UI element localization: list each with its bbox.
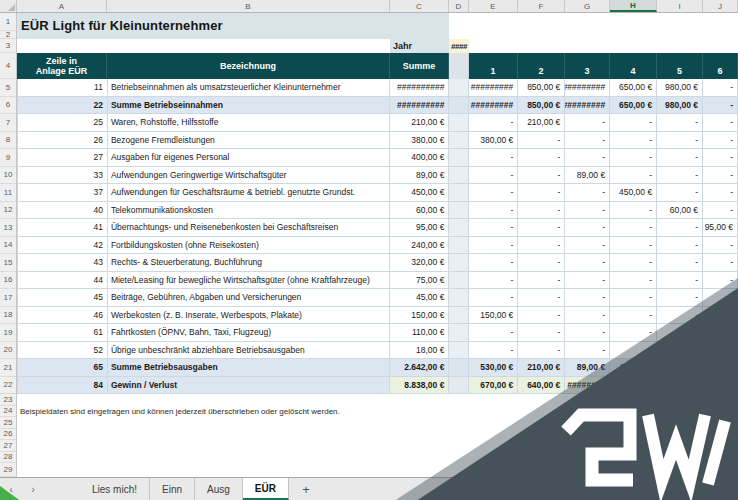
cell-name[interactable]: Fortbildungskosten (ohne Reisekosten): [108, 237, 391, 255]
cell-month-1[interactable]: -: [469, 219, 518, 237]
cell-month-2[interactable]: 850,00 €: [518, 97, 565, 115]
cell-month-5[interactable]: -: [657, 254, 703, 272]
cell-sum[interactable]: 450,00 €: [390, 184, 449, 202]
cell-sum[interactable]: 210,00 €: [390, 114, 449, 132]
cell-month-6[interactable]: -: [703, 79, 738, 97]
cell-line[interactable]: 44: [18, 272, 108, 290]
cell-month-5[interactable]: [657, 359, 703, 377]
cell-gap[interactable]: [449, 237, 469, 255]
cell-month-4[interactable]: -: [610, 149, 657, 167]
cell-month-4[interactable]: -: [610, 132, 657, 150]
cell-month-6[interactable]: [703, 342, 738, 360]
cell-name[interactable]: Ausgaben für eigenes Personal: [108, 149, 391, 167]
row-header-14[interactable]: 14: [0, 237, 16, 255]
cell-gap[interactable]: [449, 377, 469, 395]
cell-month-5[interactable]: 980,00 €: [657, 97, 703, 115]
cell-month-1[interactable]: 670,00 €: [469, 377, 518, 395]
cell-month-1[interactable]: -: [469, 342, 518, 360]
cell-gap[interactable]: [449, 184, 469, 202]
row-header-29[interactable]: 29: [0, 463, 16, 477]
header-month-1[interactable]: 1: [469, 53, 518, 79]
cell-month-4[interactable]: 650,00 €: [610, 79, 657, 97]
cell-month-4[interactable]: 650,00 €: [610, 97, 657, 115]
cell-month-5[interactable]: -: [657, 307, 703, 325]
cell-month-6[interactable]: -: [703, 272, 738, 290]
cell-month-4[interactable]: -: [610, 237, 657, 255]
row-header-19[interactable]: 19: [0, 324, 16, 342]
cell-line[interactable]: 41: [18, 219, 108, 237]
cell-gap[interactable]: [449, 272, 469, 290]
cell-month-2[interactable]: 850,00 €: [518, 79, 565, 97]
cell-name[interactable]: Betriebseinnahmen als umsatzsteuerlicher…: [108, 79, 391, 97]
cell-name[interactable]: Übernachtungs- und Reisenebenkosten bei …: [108, 219, 391, 237]
cell-month-5[interactable]: -: [657, 272, 703, 290]
cell-name[interactable]: Übrige unbeschränkt abziehbare Betriebsa…: [108, 342, 391, 360]
cell-month-5[interactable]: -: [657, 184, 703, 202]
header-name-col[interactable]: Bezeichnung: [107, 53, 390, 79]
cell-name[interactable]: Bezogene Fremdleistungen: [108, 132, 391, 150]
cell-name[interactable]: Beiträge, Gebühren, Abgaben und Versiche…: [108, 289, 391, 307]
cell-line[interactable]: 25: [18, 114, 108, 132]
cell-month-6[interactable]: -: [703, 132, 738, 150]
cell-sum[interactable]: 60,00 €: [390, 202, 449, 220]
cell-month-1[interactable]: -: [469, 272, 518, 290]
cell-month-4[interactable]: 450,00 €: [610, 184, 657, 202]
cell-name[interactable]: Aufwendungen Geringwertige Wirtschaftsgü…: [108, 167, 391, 185]
cell-month-5[interactable]: -: [657, 167, 703, 185]
cell-month-1[interactable]: -: [469, 237, 518, 255]
cell-month-6[interactable]: -: [703, 167, 738, 185]
cell-month-2[interactable]: -: [518, 184, 565, 202]
cell-sum[interactable]: 320,00 €: [390, 254, 449, 272]
cell-month-1[interactable]: -: [469, 167, 518, 185]
cell-month-5[interactable]: -: [657, 132, 703, 150]
year-value-cell[interactable]: ####: [449, 39, 469, 53]
cell-gap[interactable]: [449, 114, 469, 132]
cell-month-1[interactable]: -: [469, 324, 518, 342]
cell-sum[interactable]: 95,00 €: [390, 219, 449, 237]
cell-month-3[interactable]: -: [565, 342, 610, 360]
tabs-next-arrow[interactable]: ›: [22, 478, 44, 500]
cell-sum[interactable]: 240,00 €: [390, 237, 449, 255]
cell-month-2[interactable]: -: [518, 272, 565, 290]
cell-month-6[interactable]: [703, 359, 738, 377]
cell-month-3[interactable]: ########: [565, 377, 610, 395]
column-header-D[interactable]: D: [449, 0, 469, 12]
cell-sum[interactable]: ##########: [390, 97, 449, 115]
cell-month-6[interactable]: [703, 324, 738, 342]
cell-month-1[interactable]: 530,00 €: [469, 359, 518, 377]
row-header-11[interactable]: 11: [0, 184, 16, 202]
column-header-E[interactable]: E: [469, 0, 518, 12]
cell-month-2[interactable]: -: [518, 219, 565, 237]
cell-name[interactable]: Aufwendungen für Geschäftsräume & betrie…: [108, 184, 391, 202]
cell-month-4[interactable]: 450,00 €: [610, 359, 657, 377]
header-month-3[interactable]: 3: [565, 53, 610, 79]
cell-gap[interactable]: [449, 324, 469, 342]
cell-month-1[interactable]: -: [469, 149, 518, 167]
cell-sum[interactable]: ##########: [390, 79, 449, 97]
select-all-corner[interactable]: [0, 0, 17, 12]
cell-gap[interactable]: [449, 167, 469, 185]
cell-month-4[interactable]: -: [610, 307, 657, 325]
cell-month-5[interactable]: [657, 342, 703, 360]
column-header-B[interactable]: B: [107, 0, 390, 12]
row-header-1[interactable]: 1: [0, 13, 16, 31]
row-header-24[interactable]: 24: [0, 406, 16, 418]
cell-month-3[interactable]: -: [565, 289, 610, 307]
cell-month-2[interactable]: -: [518, 202, 565, 220]
cell-line[interactable]: 52: [18, 342, 108, 360]
cell-month-1[interactable]: -: [469, 202, 518, 220]
cell-gap[interactable]: [449, 132, 469, 150]
cell-month-6[interactable]: [703, 377, 738, 395]
tabs-prev-arrow[interactable]: ‹: [0, 478, 22, 500]
column-header-G[interactable]: G: [565, 0, 610, 12]
cell-month-2[interactable]: 640,00 €: [518, 377, 565, 395]
cell-month-6[interactable]: -: [703, 114, 738, 132]
cell-month-4[interactable]: -: [610, 289, 657, 307]
cell-month-5[interactable]: [657, 377, 703, 395]
cell-gap[interactable]: [449, 97, 469, 115]
cell-month-4[interactable]: -: [610, 324, 657, 342]
cell-sum[interactable]: 2.642,00 €: [390, 359, 449, 377]
column-header-F[interactable]: F: [518, 0, 565, 12]
cell-month-4[interactable]: -: [610, 254, 657, 272]
cell-sum[interactable]: 45,00 €: [390, 289, 449, 307]
